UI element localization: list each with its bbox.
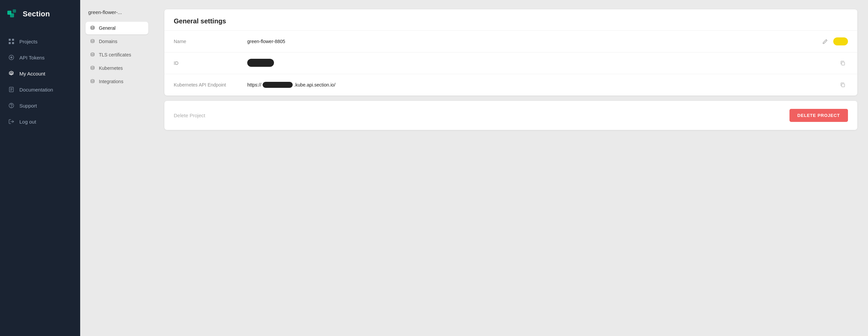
svg-point-13 (91, 53, 94, 54)
sub-nav-general-label: General (99, 25, 116, 31)
copy-k8s-button[interactable] (837, 80, 848, 90)
svg-rect-2 (13, 9, 16, 13)
status-badge (833, 37, 848, 45)
svg-rect-16 (842, 62, 845, 65)
id-value (247, 59, 837, 68)
api-icon (8, 54, 15, 61)
delete-card: Delete Project DELETE PROJECT (164, 101, 857, 130)
sidebar-item-projects[interactable]: Projects (0, 33, 80, 50)
svg-point-15 (91, 80, 94, 81)
sidebar-item-documentation[interactable]: Documentation (0, 82, 80, 97)
stack-icon-domains (90, 38, 96, 44)
sidebar-item-my-account-label: My Account (20, 71, 45, 77)
sidebar-item-api-tokens-label: API Tokens (20, 55, 45, 60)
sub-sidebar: green-flower-... General Domains (80, 0, 154, 336)
k8s-prefix: https:// (247, 82, 261, 88)
svg-point-12 (91, 39, 94, 41)
id-actions (837, 58, 848, 68)
svg-point-8 (11, 57, 12, 58)
copy-id-button[interactable] (837, 58, 848, 68)
name-label: Name (174, 39, 247, 44)
sidebar-item-support[interactable]: Support (0, 97, 80, 114)
logout-icon (8, 118, 15, 125)
svg-rect-6 (12, 42, 14, 44)
svg-rect-5 (9, 42, 11, 44)
stack-icon-tls (90, 52, 96, 58)
sub-nav-item-kubernetes[interactable]: Kubernetes (86, 62, 148, 74)
sidebar-item-my-account[interactable]: My Account (0, 65, 80, 82)
sub-nav-kubernetes-label: Kubernetes (99, 65, 123, 71)
sidebar: Section Projects (0, 0, 80, 336)
k8s-blurred-segment (262, 82, 293, 88)
delete-project-button[interactable]: DELETE PROJECT (789, 109, 848, 122)
page-content: General settings Name green-flower-8805 … (154, 0, 868, 336)
id-blurred (247, 59, 274, 67)
doc-icon (8, 86, 15, 93)
k8s-actions (837, 80, 848, 90)
sidebar-item-projects-label: Projects (20, 39, 37, 44)
svg-point-11 (91, 26, 94, 27)
sub-nav-item-tls[interactable]: TLS certificates (86, 49, 148, 61)
sub-nav-item-integrations[interactable]: Integrations (86, 75, 148, 88)
k8s-label: Kubernetes API Endpoint (174, 82, 247, 88)
sub-nav-item-general[interactable]: General (86, 22, 148, 34)
svg-rect-4 (12, 39, 14, 41)
sidebar-item-logout-label: Log out (20, 119, 36, 125)
id-label: ID (174, 60, 247, 66)
sidebar-nav: Projects API Tokens My Account (0, 28, 80, 336)
edit-name-button[interactable] (820, 36, 831, 47)
name-actions (820, 36, 848, 47)
k8s-value: https://.kube.api.section.io/ (247, 82, 837, 88)
stack-icon-kubernetes (90, 65, 96, 71)
sidebar-item-support-label: Support (20, 103, 37, 109)
id-row: ID (164, 52, 857, 74)
k8s-suffix: .kube.api.section.io/ (294, 82, 335, 88)
main-content: green-flower-... General Domains (80, 0, 868, 336)
section-logo-icon (7, 8, 19, 20)
logo: Section (0, 0, 80, 28)
delete-label: Delete Project (174, 113, 205, 118)
name-row: Name green-flower-8805 (164, 30, 857, 52)
stack-icon-integrations (90, 79, 96, 85)
stack-icon-general (90, 25, 96, 31)
project-name: green-flower-... (86, 9, 148, 15)
sidebar-item-logout[interactable]: Log out (0, 114, 80, 130)
help-icon (8, 102, 15, 109)
gear-icon (8, 70, 15, 77)
sub-nav-tls-label: TLS certificates (99, 52, 131, 57)
sub-nav-domains-label: Domains (99, 39, 117, 44)
sub-nav-integrations-label: Integrations (99, 79, 123, 84)
sidebar-item-api-tokens[interactable]: API Tokens (0, 50, 80, 65)
svg-point-14 (91, 66, 94, 67)
card-title: General settings (164, 9, 857, 30)
k8s-url: https://.kube.api.section.io/ (247, 82, 837, 88)
svg-rect-3 (9, 39, 11, 41)
general-settings-card: General settings Name green-flower-8805 … (164, 9, 857, 95)
sub-nav-item-domains[interactable]: Domains (86, 35, 148, 48)
k8s-endpoint-row: Kubernetes API Endpoint https://.kube.ap… (164, 74, 857, 95)
svg-rect-17 (842, 84, 845, 87)
svg-rect-1 (10, 13, 14, 18)
logo-text: Section (23, 10, 50, 19)
grid-icon (8, 38, 15, 45)
name-value: green-flower-8805 (247, 39, 820, 44)
sidebar-item-documentation-label: Documentation (20, 87, 53, 93)
